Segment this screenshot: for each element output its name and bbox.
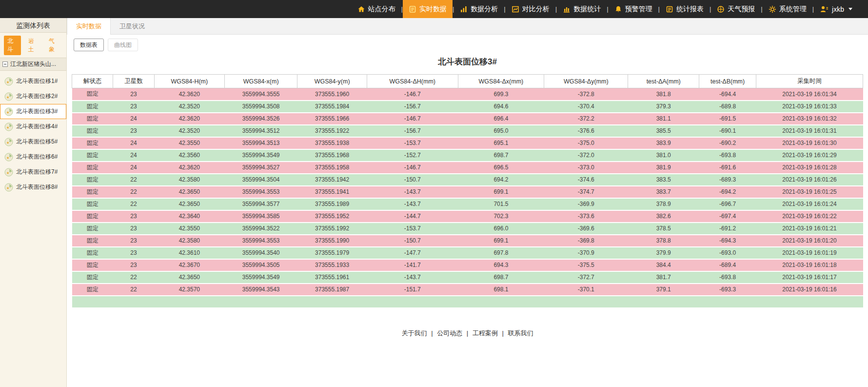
- tree-root-label: 江北新区猪头山...: [10, 60, 56, 68]
- table-cell: 42.3620: [154, 113, 224, 125]
- table-cell: 固定: [72, 271, 113, 284]
- footer-separator: |: [467, 329, 468, 337]
- table-row[interactable]: 固定2242.36503559994.3549373555.1961-143.7…: [72, 271, 863, 284]
- table-row[interactable]: 固定2442.36203559994.3526373555.1966-146.7…: [72, 113, 863, 125]
- sidebar-item-displacement-5[interactable]: 北斗表面位移5#: [0, 134, 66, 149]
- table-row[interactable]: 固定2342.35803559994.3553373555.1990-150.7…: [72, 235, 863, 247]
- subtab-curve-chart[interactable]: 曲线图: [108, 39, 138, 51]
- sidebar-item-displacement-3[interactable]: 北斗表面位移3#: [0, 104, 66, 119]
- nav-item-report[interactable]: 统计报表: [660, 0, 710, 18]
- table-cell: 699.3: [458, 88, 544, 101]
- table-cell: 698.1: [458, 284, 544, 296]
- table-cell: 2021-03-19 16:01:29: [756, 149, 863, 162]
- nav-item-alarm-management[interactable]: 预警管理: [609, 0, 658, 18]
- subtab-data-table[interactable]: 数据表: [74, 39, 104, 51]
- nav-item-compare-analysis[interactable]: 对比分析: [506, 0, 555, 18]
- table-cell: [297, 296, 367, 308]
- main-tabbar: 实时数据 卫星状况: [67, 18, 868, 35]
- table-cell: 固定: [72, 113, 113, 125]
- table-row[interactable]: 固定2442.35503559994.3513373555.1938-153.7…: [72, 137, 863, 149]
- table-cell: -373.6: [544, 210, 628, 223]
- sidebar-item-displacement-1[interactable]: 北斗表面位移1#: [0, 74, 66, 89]
- sidebar-tab-weather[interactable]: 气象: [45, 36, 62, 55]
- report-icon: [666, 5, 673, 13]
- tab-realtime-data[interactable]: 实时数据: [67, 18, 111, 35]
- table-cell: -689.4: [699, 259, 756, 271]
- tab-satellite-status[interactable]: 卫星状况: [111, 18, 154, 34]
- table-cell: 695.1: [458, 137, 544, 149]
- sidebar-item-displacement-4[interactable]: 北斗表面位移4#: [0, 119, 66, 134]
- table-cell: 42.3550: [154, 223, 224, 235]
- table-cell: [225, 296, 297, 308]
- footer-separator: |: [502, 329, 503, 337]
- table-cell: 固定: [72, 125, 113, 137]
- table-row[interactable]: 固定2442.36203559994.3527373555.1958-146.7…: [72, 162, 863, 174]
- main-panel: 实时数据 卫星状况 数据表 曲线图 北斗表面位移3# 解状态卫星数: [67, 18, 868, 387]
- table-row[interactable]: 固定2342.36103559994.3540373555.1979-147.7…: [72, 247, 863, 259]
- table-cell: 373555.1942: [297, 174, 367, 186]
- table-cell: 373555.1941: [297, 186, 367, 198]
- table-cell: -693.0: [699, 247, 756, 259]
- nav-item-label: 实时数据: [419, 5, 447, 14]
- table-cell: 373555.1952: [297, 210, 367, 223]
- sidebar-item-displacement-2[interactable]: 北斗表面位移2#: [0, 89, 66, 104]
- sidebar-item-displacement-6[interactable]: 北斗表面位移6#: [0, 149, 66, 164]
- nav-item-label: 站点分布: [368, 5, 395, 14]
- table-row[interactable]: 固定2342.36703559994.3505373555.1933-141.7…: [72, 259, 863, 271]
- table-cell: 3559994.3526: [225, 113, 297, 125]
- table-cell: 381.1: [628, 113, 699, 125]
- table-cell: -143.7: [367, 186, 458, 198]
- table-row[interactable]: 固定2342.35203559994.3508373555.1984-156.7…: [72, 101, 863, 113]
- table-cell: 23: [113, 125, 154, 137]
- footer-link-about[interactable]: 关于我们: [402, 329, 427, 337]
- footer-link-cases[interactable]: 工程案例: [473, 329, 498, 337]
- nav-item-weather[interactable]: 天气预报: [711, 0, 761, 18]
- sidebar: 监测体列表 北斗 岩土 气象 江北新区猪头山... 北斗表面位移1# 北斗表面位…: [0, 18, 67, 387]
- user-menu[interactable]: jxkb: [814, 0, 855, 18]
- table-row[interactable]: 固定2242.36503559994.3553373555.1941-143.7…: [72, 186, 863, 198]
- nav-item-realtime-data[interactable]: 实时数据: [403, 0, 453, 18]
- table-cell: 2021-03-19 16:01:33: [756, 101, 863, 113]
- collapse-icon[interactable]: [2, 61, 8, 67]
- tree-root-node[interactable]: 江北新区猪头山...: [0, 58, 66, 71]
- table-cell: -690.2: [699, 137, 756, 149]
- nav-item-site-distribution[interactable]: 站点分布: [352, 0, 401, 18]
- table-cell: 697.8: [458, 247, 544, 259]
- footer-link-contact[interactable]: 联系我们: [508, 329, 533, 337]
- table-cell: 381.0: [628, 149, 699, 162]
- table-row[interactable]: 固定2242.35803559994.3504373555.1942-150.7…: [72, 174, 863, 186]
- table-row[interactable]: 固定2342.36403559994.3585373555.1952-144.7…: [72, 210, 863, 223]
- sidebar-item-displacement-8[interactable]: 北斗表面位移8#: [0, 180, 66, 195]
- table-cell: -694.4: [699, 88, 756, 101]
- nav-item-system-management[interactable]: 系统管理: [763, 0, 812, 18]
- table-row[interactable]: 固定2342.35203559994.3512373555.1922-156.7…: [72, 125, 863, 137]
- sidebar-tab-beidou[interactable]: 北斗: [4, 36, 21, 55]
- home-icon: [357, 5, 365, 13]
- table-cell: 22: [113, 198, 154, 210]
- table-cell: 379.1: [628, 284, 699, 296]
- table-cell: 固定: [72, 149, 113, 162]
- sidebar-item-displacement-7[interactable]: 北斗表面位移7#: [0, 164, 66, 180]
- app: 站点分布 | 实时数据 | 数据分析 | 对比分析 |: [0, 0, 868, 387]
- table-cell: 383.9: [628, 137, 699, 149]
- footer-link-news[interactable]: 公司动态: [437, 329, 462, 337]
- table-cell: -150.7: [367, 235, 458, 247]
- nav-item-data-stats[interactable]: 数据统计: [557, 0, 607, 18]
- table-row[interactable]: 固定2342.35503559994.3522373555.1992-153.7…: [72, 223, 863, 235]
- table-cell: 2021-03-19 16:01:22: [756, 210, 863, 223]
- footer: 关于我们 | 公司动态 | 工程案例 | 联系我们: [67, 318, 868, 387]
- table-row[interactable]: 固定2242.36503559994.3577373555.1989-143.7…: [72, 198, 863, 210]
- table-cell: -370.9: [544, 247, 628, 259]
- nav-item-data-analysis[interactable]: 数据分析: [454, 0, 504, 18]
- table-row[interactable]: 固定2242.35703559994.3543373555.1987-151.7…: [72, 284, 863, 296]
- table-row-partial[interactable]: [72, 296, 863, 308]
- table-cell: 2021-03-19 16:01:16: [756, 284, 863, 296]
- table-row[interactable]: 固定2342.36203559994.3555373555.1960-146.7…: [72, 88, 863, 101]
- sidebar-tab-geotech[interactable]: 岩土: [25, 36, 42, 55]
- table-cell: 373555.1984: [297, 101, 367, 113]
- table-cell: 382.6: [628, 210, 699, 223]
- table-cell: 2021-03-19 16:01:30: [756, 137, 863, 149]
- table-row[interactable]: 固定2442.35603559994.3549373555.1968-152.7…: [72, 149, 863, 162]
- gnss-device-icon: [4, 138, 13, 146]
- table-cell: 3559994.3540: [225, 247, 297, 259]
